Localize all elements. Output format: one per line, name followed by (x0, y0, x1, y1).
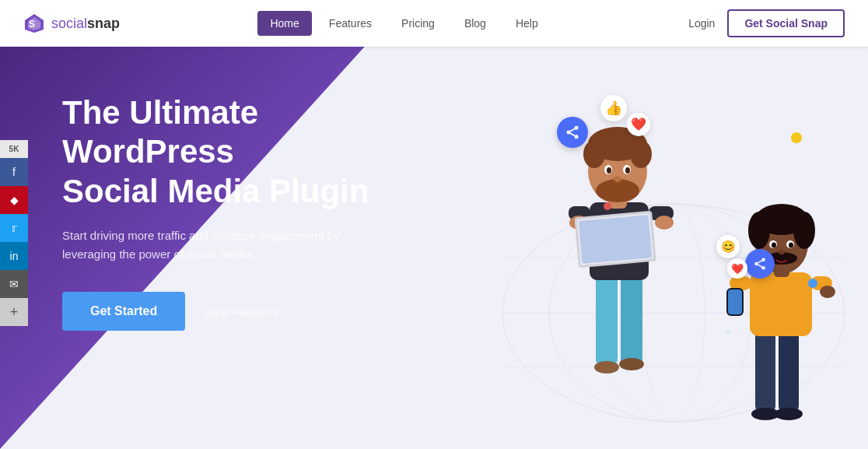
svg-point-63 (761, 266, 765, 270)
login-link[interactable]: Login (688, 17, 715, 30)
svg-point-58 (575, 135, 579, 139)
nav-item-home[interactable]: Home (257, 11, 311, 36)
hero-actions: Get Started View Features (62, 292, 436, 331)
svg-point-53 (772, 243, 776, 248)
social-sidebar: 5K f ◆ 𝕣 in ✉ + (0, 140, 28, 326)
svg-point-28 (630, 140, 652, 168)
svg-rect-36 (779, 327, 799, 412)
nav-actions: Login Get Social Snap (688, 9, 845, 37)
hero-content: The Ultimate WordPress Social Media Plug… (62, 93, 436, 331)
svg-rect-13 (621, 272, 642, 366)
nav-item-help[interactable]: Help (503, 11, 551, 36)
svg-point-49 (793, 212, 815, 249)
svg-point-15 (619, 358, 644, 370)
svg-point-14 (594, 361, 619, 374)
svg-rect-39 (750, 272, 812, 336)
facebook-share-button[interactable]: f (0, 158, 28, 186)
floating-emoji-icon: 😊 (716, 235, 740, 258)
nav-links: Home Features Pricing Blog Help (257, 11, 550, 36)
svg-point-61 (761, 258, 765, 262)
hero-subtitle: Start driving more traffic and increase … (62, 226, 342, 264)
svg-point-44 (820, 286, 835, 298)
svg-point-33 (625, 167, 630, 174)
svg-rect-43 (728, 289, 742, 314)
svg-point-55 (779, 250, 785, 254)
decoration-dot-red (604, 202, 611, 210)
svg-point-20 (655, 216, 674, 230)
hero-title: The Ultimate WordPress Social Media Plug… (62, 93, 436, 211)
more-share-button[interactable]: + (0, 298, 28, 326)
svg-rect-35 (755, 327, 775, 412)
svg-line-64 (758, 265, 761, 267)
svg-line-65 (758, 261, 761, 263)
floating-share-icon-2 (745, 249, 775, 279)
svg-point-56 (575, 126, 579, 130)
svg-line-59 (570, 133, 575, 135)
svg-point-57 (567, 131, 571, 135)
get-started-button[interactable]: Get Started (62, 292, 185, 331)
svg-point-38 (775, 408, 803, 420)
svg-point-29 (596, 179, 639, 202)
nav-item-features[interactable]: Features (317, 11, 384, 36)
get-social-snap-button[interactable]: Get Social Snap (727, 9, 845, 37)
nav-item-pricing[interactable]: Pricing (389, 11, 447, 36)
navbar: S socialsnap Home Features Pricing Blog … (0, 0, 868, 47)
floating-heart-icon-2: ❤️ (727, 258, 747, 279)
email-share-button[interactable]: ✉ (0, 270, 28, 298)
nav-item-blog[interactable]: Blog (452, 11, 499, 36)
social-count: 5K (0, 140, 28, 158)
svg-point-62 (754, 262, 758, 266)
svg-point-48 (748, 212, 770, 249)
hero-section: 5K f ◆ 𝕣 in ✉ + The Ultimate WordPress S… (0, 47, 868, 449)
svg-point-34 (614, 176, 621, 182)
floating-heart-icon: ❤️ (627, 113, 650, 136)
floating-share-icon (557, 117, 588, 148)
linkedin-share-button[interactable]: in (0, 242, 28, 270)
svg-rect-12 (596, 272, 618, 366)
logo-text: socialsnap (51, 16, 120, 32)
decoration-dot-yellow (791, 132, 802, 143)
svg-point-27 (583, 140, 605, 168)
svg-point-32 (607, 167, 611, 174)
decoration-dot-blue (808, 279, 817, 288)
twitter-share-button[interactable]: 𝕣 (0, 214, 28, 242)
svg-rect-23 (579, 215, 652, 264)
svg-point-54 (789, 243, 793, 248)
pinterest-share-button[interactable]: ◆ (0, 186, 28, 214)
logo-icon: S (23, 12, 45, 34)
logo[interactable]: S socialsnap (23, 12, 120, 34)
floating-like-icon: 👍 (600, 95, 627, 121)
view-features-button[interactable]: View Features (204, 305, 278, 318)
person-woman-illustration (712, 171, 852, 436)
svg-text:S: S (29, 19, 35, 30)
svg-line-60 (570, 128, 575, 131)
